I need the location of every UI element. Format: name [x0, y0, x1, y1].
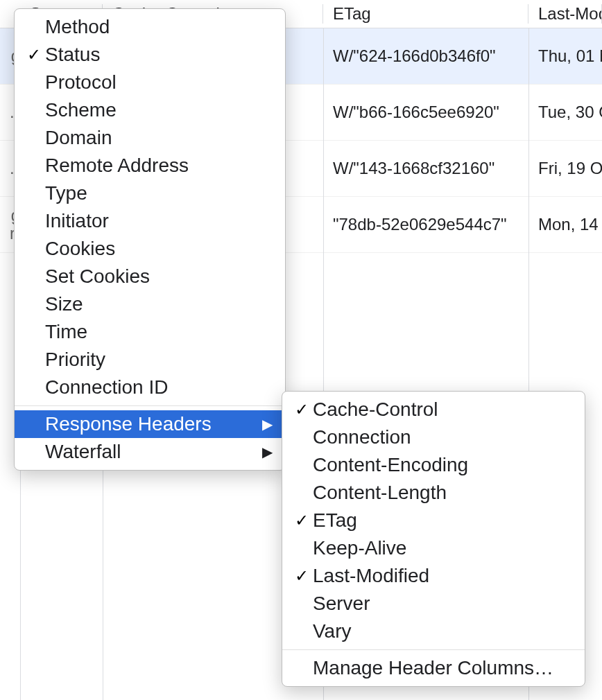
- menu-separator: [15, 405, 285, 406]
- menu-item-domain[interactable]: Domain: [15, 124, 285, 152]
- cell-etag: W/"624-166d0b346f0": [323, 46, 528, 66]
- menu-item-size[interactable]: Size: [15, 290, 285, 318]
- col-last-modified[interactable]: Last-Mod: [528, 4, 602, 24]
- cell-last-modified: Mon, 14 M: [528, 215, 602, 234]
- menu-item-label: Cookies: [45, 238, 273, 260]
- menu-item-set-cookies[interactable]: Set Cookies: [15, 263, 285, 290]
- response-headers-submenu: ✓ Cache-Control Connection Content-Encod…: [282, 391, 585, 687]
- menu-item-label: Waterfall: [45, 441, 257, 463]
- menu-item-initiator[interactable]: Initiator: [15, 207, 285, 235]
- menu-item-scheme[interactable]: Scheme: [15, 96, 285, 124]
- submenu-item-etag[interactable]: ✓ ETag: [282, 507, 585, 534]
- menu-item-method[interactable]: Method: [15, 13, 285, 41]
- menu-item-connection-id[interactable]: Connection ID: [15, 374, 285, 401]
- menu-item-label: Last-Modified: [313, 565, 572, 587]
- menu-item-status[interactable]: ✓ Status: [15, 41, 285, 69]
- submenu-item-server[interactable]: Server: [282, 590, 585, 618]
- menu-item-label: Content-Length: [313, 482, 572, 504]
- submenu-item-content-length[interactable]: Content-Length: [282, 479, 585, 507]
- menu-item-protocol[interactable]: Protocol: [15, 69, 285, 96]
- menu-item-waterfall[interactable]: Waterfall ▶: [15, 438, 285, 466]
- menu-item-label: Status: [45, 44, 273, 66]
- submenu-item-connection[interactable]: Connection: [282, 423, 585, 451]
- menu-item-label: Method: [45, 16, 273, 38]
- menu-item-label: Keep-Alive: [313, 537, 572, 559]
- menu-item-label: Connection ID: [45, 376, 273, 399]
- menu-item-label: Scheme: [45, 99, 273, 121]
- check-icon: ✓: [291, 566, 313, 586]
- check-icon: ✓: [291, 511, 313, 530]
- menu-item-label: Vary: [313, 620, 572, 642]
- menu-item-label: ETag: [313, 509, 572, 532]
- cell-etag: "78db-52e0629e544c7": [323, 215, 528, 234]
- menu-item-label: Manage Header Columns…: [313, 657, 572, 679]
- submenu-item-last-modified[interactable]: ✓ Last-Modified: [282, 562, 585, 590]
- submenu-item-keep-alive[interactable]: Keep-Alive: [282, 534, 585, 562]
- submenu-item-cache-control[interactable]: ✓ Cache-Control: [282, 396, 585, 423]
- column-context-menu: Method ✓ Status Protocol Scheme Domain R…: [14, 8, 286, 471]
- cell-last-modified: Thu, 01 N: [528, 46, 602, 66]
- menu-item-label: Time: [45, 321, 273, 343]
- menu-item-label: Remote Address: [45, 155, 273, 177]
- menu-item-label: Size: [45, 293, 273, 315]
- menu-separator: [282, 649, 585, 650]
- menu-item-label: Domain: [45, 127, 273, 149]
- menu-item-label: Priority: [45, 349, 273, 371]
- submenu-item-vary[interactable]: Vary: [282, 618, 585, 645]
- cell-etag: W/"b66-166c5ee6920": [323, 103, 528, 122]
- cell-last-modified: Tue, 30 O: [528, 103, 602, 122]
- menu-item-remote-address[interactable]: Remote Address: [15, 152, 285, 180]
- menu-item-cookies[interactable]: Cookies: [15, 235, 285, 263]
- menu-item-label: Response Headers: [45, 413, 257, 435]
- menu-item-label: Set Cookies: [45, 265, 273, 288]
- menu-item-response-headers[interactable]: Response Headers ▶: [15, 410, 285, 438]
- menu-item-label: Content-Encoding: [313, 454, 572, 476]
- menu-item-label: Initiator: [45, 210, 273, 232]
- check-icon: ✓: [23, 45, 45, 64]
- menu-item-time[interactable]: Time: [15, 318, 285, 346]
- chevron-right-icon: ▶: [257, 416, 273, 432]
- menu-item-label: Protocol: [45, 71, 273, 94]
- check-icon: ✓: [291, 400, 313, 419]
- menu-item-label: Type: [45, 182, 273, 204]
- menu-item-type[interactable]: Type: [15, 180, 285, 207]
- submenu-item-manage-header-columns[interactable]: Manage Header Columns…: [282, 654, 585, 682]
- menu-item-priority[interactable]: Priority: [15, 346, 285, 374]
- cell-last-modified: Fri, 19 Oc: [528, 159, 602, 178]
- chevron-right-icon: ▶: [257, 444, 273, 460]
- cell-etag: W/"143-1668cf32160": [323, 159, 528, 178]
- menu-item-label: Server: [313, 593, 572, 615]
- menu-item-label: Cache-Control: [313, 399, 572, 421]
- submenu-item-content-encoding[interactable]: Content-Encoding: [282, 451, 585, 479]
- menu-item-label: Connection: [313, 426, 572, 448]
- col-etag[interactable]: ETag: [323, 4, 528, 24]
